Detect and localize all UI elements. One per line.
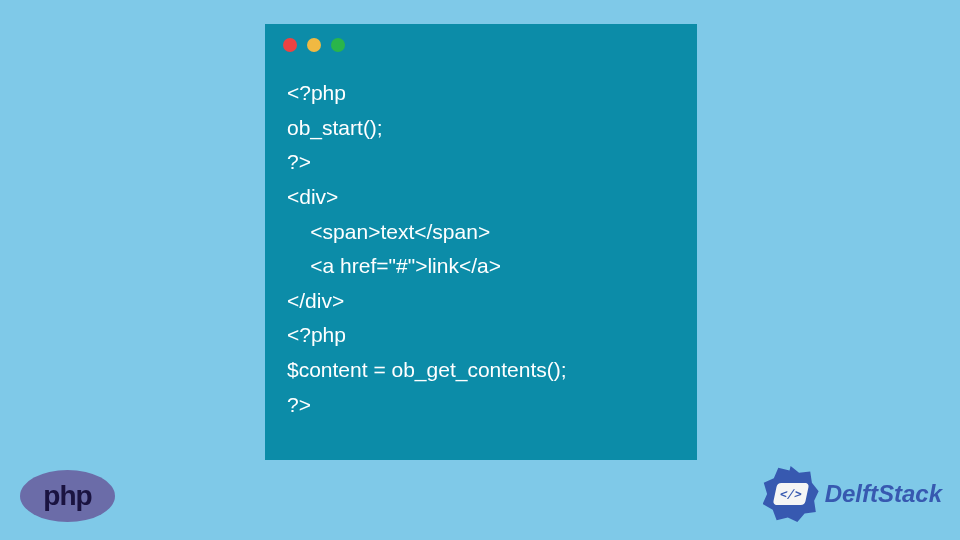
code-line: ?> <box>287 393 311 416</box>
php-logo-text: php <box>43 480 91 512</box>
delftstack-logo: </> DelftStack <box>763 466 942 522</box>
close-dot <box>283 38 297 52</box>
code-line: ?> <box>287 150 311 173</box>
code-content: <?php ob_start(); ?> <div> <span>text</s… <box>265 66 697 444</box>
delftstack-text: DelftStack <box>825 480 942 508</box>
php-logo: php <box>20 470 115 522</box>
maximize-dot <box>331 38 345 52</box>
code-line: <?php <box>287 323 346 346</box>
badge-symbol: </> <box>772 483 809 505</box>
code-line: <span>text</span> <box>287 220 490 243</box>
code-line: </div> <box>287 289 344 312</box>
code-window: <?php ob_start(); ?> <div> <span>text</s… <box>265 24 697 460</box>
window-titlebar <box>265 24 697 66</box>
delftstack-badge-icon: </> <box>763 466 819 522</box>
minimize-dot <box>307 38 321 52</box>
code-line: ob_start(); <box>287 116 383 139</box>
code-line: $content = ob_get_contents(); <box>287 358 567 381</box>
code-line: <a href="#">link</a> <box>287 254 501 277</box>
code-line: <?php <box>287 81 346 104</box>
code-line: <div> <box>287 185 338 208</box>
